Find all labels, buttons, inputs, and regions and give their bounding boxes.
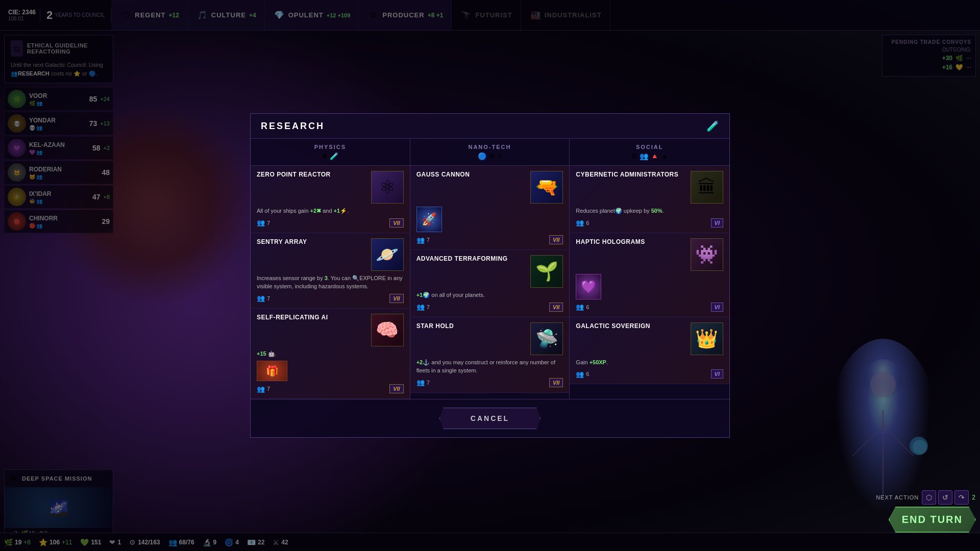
physics-icons: ✖ 🧪 — [256, 152, 405, 160]
modal-footer: CANCEL — [251, 399, 729, 437]
cost-icon: 👥 — [416, 236, 425, 244]
card-title: SELF-REPLICATING AI — [257, 314, 371, 321]
card-bottom: 👥 7 VII — [416, 235, 564, 244]
card-gauss-cannon[interactable]: GAUSS CANNON 🔫 🚀 👥 7 VII — [410, 166, 570, 250]
card-bottom: 👥 7 VII — [257, 294, 404, 303]
cost-val: 7 — [427, 380, 430, 386]
card-desc: Reduces planet🌍 upkeep by 50%. — [576, 207, 723, 215]
social-column: SOCIAL ⚙ 👥 🔺 ▲ CYBERNETIC ADMINISTRATORS… — [570, 139, 729, 399]
card-title: STAR HOLD — [416, 322, 531, 330]
social-icon-4: ▲ — [661, 152, 668, 160]
tier-badge: VII — [389, 218, 403, 228]
social-icon-3: 🔺 — [650, 152, 659, 160]
action-refresh-icon[interactable]: ↺ — [938, 490, 952, 505]
action-nav-icon[interactable]: ⬡ — [922, 490, 936, 505]
card-image: 🪐 — [371, 238, 404, 271]
action-skip-icon[interactable]: ↷ — [954, 490, 969, 505]
card-bottom: 👥 7 VII — [257, 218, 404, 228]
card-top: ADVANCED TERRAFORMING 🌱 — [416, 255, 564, 288]
physics-block-icon: ✖ — [322, 152, 328, 160]
modal-overlay: RESEARCH 🧪 PHYSICS ✖ 🧪 ZERO POINT REACTO… — [0, 0, 980, 551]
cost-val: 7 — [427, 304, 430, 310]
social-header: SOCIAL ⚙ 👥 🔺 ▲ — [570, 139, 729, 166]
card-image: 🧠 — [371, 314, 404, 346]
card-top: SELF-REPLICATING AI 🧠 — [257, 314, 404, 346]
physics-flask-icon: 🧪 — [330, 152, 338, 160]
card-cost: 👥 6 — [576, 219, 589, 227]
card-zero-point[interactable]: ZERO POINT REACTOR ⚛ All of your ships g… — [251, 166, 410, 233]
card-cost: 👥 7 — [257, 294, 270, 302]
nanotech-icon-2: ⚙ — [488, 152, 495, 160]
card-desc: +15 🤖. — [257, 349, 404, 358]
card-cost: 👥 7 — [416, 236, 430, 244]
card-image: ⚛ — [371, 171, 404, 204]
card-bottom: 👥 7 VII — [416, 303, 564, 312]
card-sentry-array[interactable]: SENTRY ARRAY 🪐 Increases sensor range by… — [251, 233, 410, 309]
tier-badge: VII — [549, 378, 563, 387]
nanotech-icon-1: 🔵 — [478, 152, 486, 160]
card-cybernetic-admins[interactable]: CYBERNETIC ADMINISTRATORS 🏛 Reduces plan… — [570, 166, 729, 233]
card-star-hold[interactable]: STAR HOLD 🛸 +2⚓ and you may construct or… — [410, 317, 570, 393]
nanotech-icons: 🔵 ⚙ ≡ — [415, 152, 565, 160]
cost-val: 6 — [586, 220, 589, 226]
card-galactic-sovereign[interactable]: GALACTIC SOVEREIGN 👑 Gain +50XP. 👥 6 — [570, 317, 729, 385]
card-top: SENTRY ARRAY 🪐 — [257, 238, 404, 271]
card-cost: 👥 6 — [576, 303, 589, 311]
cost-icon: 👥 — [576, 219, 584, 227]
cost-val: 7 — [267, 220, 270, 226]
cost-icon: 👥 — [576, 370, 584, 378]
card-desc: 🚀 — [416, 207, 564, 232]
social-label: SOCIAL — [575, 144, 724, 150]
card-top: ZERO POINT REACTOR ⚛ — [257, 171, 404, 204]
card-image: 🏛 — [691, 171, 723, 204]
tier-badge: VII — [389, 384, 403, 393]
card-title: ADVANCED TERRAFORMING — [416, 255, 531, 262]
physics-column: PHYSICS ✖ 🧪 ZERO POINT REACTOR ⚛ All — [251, 139, 410, 399]
tier-badge: VII — [389, 294, 403, 303]
card-image: 👑 — [691, 322, 723, 355]
cost-val: 6 — [586, 371, 589, 377]
cost-val: 6 — [586, 304, 589, 310]
tier-badge: VII — [549, 303, 563, 312]
card-top: CYBERNETIC ADMINISTRATORS 🏛 — [576, 171, 723, 204]
nanotech-header: NANO-TECH 🔵 ⚙ ≡ — [410, 139, 570, 166]
card-bottom: 👥 7 VII — [416, 378, 564, 387]
card-haptic-holograms[interactable]: HAPTIC HOLOGRAMS 👾 💜 👥 6 VI — [570, 233, 729, 317]
end-turn-button[interactable]: END TURN — [889, 507, 976, 533]
card-title: GAUSS CANNON — [416, 171, 531, 178]
cancel-button[interactable]: CANCEL — [439, 408, 541, 429]
card-top: GAUSS CANNON 🔫 — [416, 171, 564, 204]
cost-icon: 👥 — [257, 294, 265, 302]
card-title: ZERO POINT REACTOR — [257, 171, 371, 178]
research-columns: PHYSICS ✖ 🧪 ZERO POINT REACTOR ⚛ All — [251, 139, 729, 399]
cost-icon: 👥 — [257, 219, 265, 227]
card-desc: +2⚓ and you may construct or reinforce a… — [416, 358, 564, 375]
card-desc: All of your ships gain +2✖ and +1⚡. — [257, 207, 404, 215]
tier-badge: VI — [711, 303, 723, 312]
tier-badge: VI — [711, 369, 723, 379]
action-count: 2 — [972, 494, 976, 501]
card-image: 👾 — [691, 238, 723, 271]
cost-val: 7 — [427, 237, 430, 243]
social-icons: ⚙ 👥 🔺 ▲ — [575, 152, 724, 160]
card-bottom: 👥 6 VI — [576, 303, 723, 312]
nanotech-column: NANO-TECH 🔵 ⚙ ≡ GAUSS CANNON 🔫 — [410, 139, 570, 399]
nanotech-label: NANO-TECH — [415, 144, 565, 150]
physics-label: PHYSICS — [256, 144, 405, 150]
cost-icon: 👥 — [416, 379, 425, 386]
card-image: 🔫 — [530, 171, 563, 204]
card-image: 🌱 — [530, 255, 563, 288]
cost-icon: 👥 — [257, 385, 265, 393]
card-top: HAPTIC HOLOGRAMS 👾 — [576, 238, 723, 271]
tier-badge: VII — [549, 235, 563, 244]
cost-icon: 👥 — [416, 303, 425, 311]
card-image: 🛸 — [530, 322, 563, 355]
flask-icon: 🧪 — [706, 120, 719, 132]
card-title: GALACTIC SOVEREIGN — [576, 322, 691, 330]
next-action-text: NEXT ACTION — [876, 494, 919, 500]
research-modal: RESEARCH 🧪 PHYSICS ✖ 🧪 ZERO POINT REACTO… — [250, 113, 730, 438]
card-advanced-terraforming[interactable]: ADVANCED TERRAFORMING 🌱 +1🌍 on all of yo… — [410, 250, 570, 317]
card-top: GALACTIC SOVEREIGN 👑 — [576, 322, 723, 355]
card-self-replicating[interactable]: SELF-REPLICATING AI 🧠 +15 🤖. 🎁 👥 7 — [251, 309, 410, 399]
modal-header: RESEARCH 🧪 — [251, 114, 729, 139]
